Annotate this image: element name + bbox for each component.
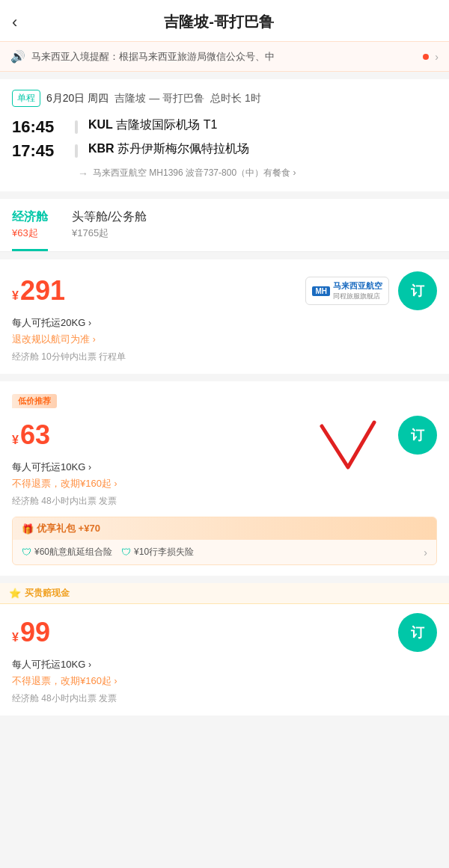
oneway-tag: 单程	[12, 90, 40, 107]
gift-header: 🎁 优享礼包 +¥70	[13, 517, 436, 540]
ticket-3-meta: 经济舱 48小时内出票 发票	[12, 692, 437, 705]
notice-arrow-icon: ›	[435, 51, 439, 63]
book-button-1[interactable]: 订	[398, 271, 437, 310]
shield-icon-1: 🛡	[22, 547, 31, 558]
gift-header-text: 优享礼包 +¥70	[37, 522, 100, 535]
tab-business-price: ¥1765起	[72, 227, 147, 240]
tab-economy-label: 经济舱	[12, 209, 48, 225]
arrive-info: KBR 苏丹伊斯梅尔佩特拉机场	[88, 141, 249, 157]
flight-tag-row: 单程 6月20日 周四 吉隆坡 — 哥打巴鲁 总时长 1时	[12, 90, 437, 107]
depart-time: 16:45	[12, 117, 64, 137]
notice-text: 马来西亚入境提醒：根据马来西亚旅游局微信公众号、中	[31, 50, 417, 64]
airline-logo-texts: 马来西亚航空 同程旅服旗舰店	[333, 280, 382, 301]
buy-guarantee-banner: ⭐ 买贵赔现金	[0, 583, 449, 604]
ticket-2-meta: 经济舱 48小时内出票 发票	[12, 495, 437, 508]
notice-banner[interactable]: 🔊 马来西亚入境提醒：根据马来西亚旅游局微信公众号、中 ›	[0, 41, 449, 72]
airline-logo-sub: 同程旅服旗舰店	[333, 292, 382, 301]
airline-logo-name: 马来西亚航空	[333, 280, 382, 292]
buy-guarantee-text: 买贵赔现金	[25, 587, 70, 600]
back-button[interactable]: ‹	[12, 13, 26, 32]
ticket-3-price: ¥ 99	[12, 619, 50, 646]
notice-speaker-icon: 🔊	[10, 49, 25, 64]
guarantee-star-icon: ⭐	[9, 588, 21, 599]
ticket-1-right: MH 马来西亚航空 同程旅服旗舰店 订	[305, 271, 437, 310]
airline-logo-content: MH	[312, 286, 330, 296]
refund-arrow-3: ›	[114, 676, 117, 686]
ticket-card-3: ⭐ 买贵赔现金 ¥ 99 订 每人可托运10KG › 不得退票，改期¥160起 …	[0, 583, 449, 715]
price-symbol-1: ¥	[12, 289, 19, 303]
arrive-code: KBR	[88, 142, 114, 155]
depart-code: KUL	[88, 118, 113, 131]
time-divider-2	[75, 144, 78, 158]
ticket-3-refund[interactable]: 不得退票，改期¥160起 ›	[12, 674, 437, 688]
low-price-tag: 低价推荐	[12, 394, 57, 408]
depart-airport: 吉隆坡国际机场 T1	[116, 118, 217, 131]
ticket-3-luggage[interactable]: 每人可托运10KG ›	[12, 658, 437, 671]
arrive-row: 17:45 KBR 苏丹伊斯梅尔佩特拉机场	[12, 141, 437, 161]
ticket-card-1: ¥ 291 MH 马来西亚航空 同程旅服旗舰店 订 每人可托运20KG › 退改…	[0, 259, 449, 374]
price-symbol-3: ¥	[12, 631, 19, 644]
time-divider	[75, 120, 78, 134]
shield-icon-2: 🛡	[121, 547, 131, 558]
airline-logo-icon: MH	[312, 286, 330, 296]
airline-detail: 马来西亚航空 MH1396 波音737-800（中）有餐食 ›	[93, 167, 296, 179]
ticket-2-luggage[interactable]: 每人可托运10KG ›	[12, 461, 437, 474]
gift-arrow-icon: ›	[424, 547, 427, 558]
ticket-1-refund[interactable]: 退改规以航司为准 ›	[12, 333, 437, 346]
ticket-card-2: 低价推荐 ¥ 63 订 每人可托运10KG › 不得退票，改期¥160起 › 经…	[0, 381, 449, 576]
airline-row[interactable]: → 马来西亚航空 MH1396 波音737-800（中）有餐食 ›	[12, 167, 437, 179]
gift-body: 🛡 ¥60航意航延组合险 🛡 ¥10行李损失险 ›	[13, 540, 436, 564]
ticket-1-price: ¥ 291	[12, 277, 65, 304]
luggage-arrow-2: ›	[88, 462, 91, 473]
ticket-1-left: ¥ 291	[12, 277, 65, 304]
refund-arrow-2: ›	[114, 478, 117, 489]
page-title: 吉隆坡-哥打巴鲁	[26, 12, 412, 32]
cabin-tabs: 经济舱 ¥63起 头等舱/公务舱 ¥1765起	[0, 199, 449, 252]
price-symbol-2: ¥	[12, 434, 19, 447]
gift-item-2-text: ¥10行李损失险	[134, 546, 194, 558]
flight-duration: 总时长 1时	[210, 92, 261, 105]
notice-dot	[423, 54, 429, 60]
ticket-2-price: ¥ 63	[12, 422, 50, 449]
book-button-2[interactable]: 订	[398, 416, 437, 455]
flight-info-card: 单程 6月20日 周四 吉隆坡 — 哥打巴鲁 总时长 1时 16:45 KUL …	[0, 79, 449, 191]
price-value-1: 291	[20, 277, 65, 304]
arrive-airport: 苏丹伊斯梅尔佩特拉机场	[117, 142, 249, 155]
header: ‹ 吉隆坡-哥打巴鲁	[0, 0, 449, 41]
price-value-2: 63	[20, 422, 50, 449]
flight-times: 16:45 KUL 吉隆坡国际机场 T1 17:45 KBR 苏丹伊斯梅尔佩特拉…	[12, 117, 437, 161]
gift-item-1-text: ¥60航意航延组合险	[34, 546, 112, 558]
ticket-2-top-row: ¥ 63 订	[12, 416, 437, 455]
tab-business[interactable]: 头等舱/公务舱 ¥1765起	[72, 209, 147, 251]
gift-package[interactable]: 🎁 优享礼包 +¥70 🛡 ¥60航意航延组合险 🛡 ¥10行李损失险 ›	[12, 517, 437, 565]
gift-icon: 🎁	[22, 523, 34, 535]
gift-item-1: 🛡 ¥60航意航延组合险	[22, 546, 112, 558]
tab-business-label: 头等舱/公务舱	[72, 209, 147, 225]
arrive-time: 17:45	[12, 141, 64, 161]
ticket-3-top-row: ¥ 99 订	[12, 613, 437, 652]
gift-item-2: 🛡 ¥10行李损失险	[121, 546, 194, 558]
price-value-3: 99	[20, 619, 50, 646]
ticket-1-top-row: ¥ 291 MH 马来西亚航空 同程旅服旗舰店 订	[12, 271, 437, 310]
book-button-3[interactable]: 订	[398, 613, 437, 652]
depart-row: 16:45 KUL 吉隆坡国际机场 T1	[12, 117, 437, 137]
depart-info: KUL 吉隆坡国际机场 T1	[88, 117, 217, 133]
airline-route-arrow: →	[78, 167, 88, 179]
flight-date: 6月20日 周四	[46, 92, 109, 105]
tab-economy-price: ¥63起	[12, 227, 48, 240]
airline-logo-badge: MH 马来西亚航空 同程旅服旗舰店	[305, 277, 389, 305]
ticket-1-luggage[interactable]: 每人可托运20KG ›	[12, 316, 437, 330]
ticket-2-refund[interactable]: 不得退票，改期¥160起 ›	[12, 477, 437, 490]
luggage-arrow-1: ›	[88, 318, 91, 328]
ticket-1-meta: 经济舱 10分钟内出票 行程单	[12, 351, 437, 363]
tab-economy[interactable]: 经济舱 ¥63起	[12, 209, 48, 251]
flight-route: 吉隆坡 — 哥打巴鲁	[114, 92, 204, 105]
refund-arrow-1: ›	[93, 334, 96, 345]
luggage-arrow-3: ›	[88, 659, 91, 670]
